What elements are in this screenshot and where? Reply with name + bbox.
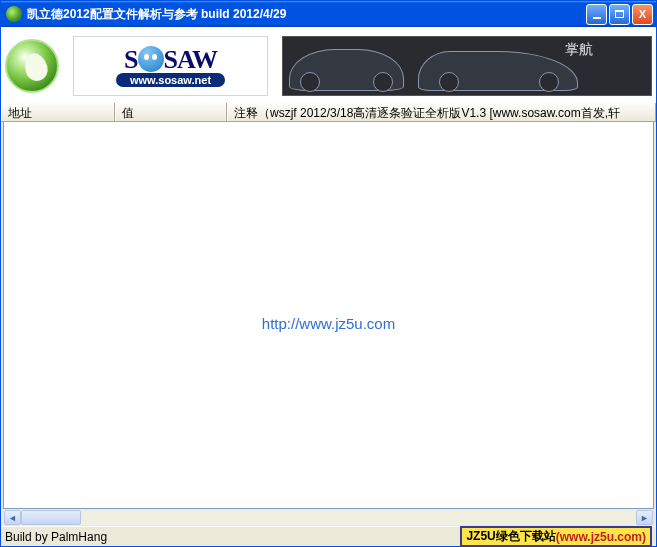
sosaw-url: www.sosaw.net xyxy=(116,73,225,87)
scroll-track[interactable] xyxy=(21,510,636,525)
status-badge-label: JZ5U绿色下载站 xyxy=(466,528,555,545)
car-banner[interactable]: 掌航 xyxy=(282,36,652,96)
scroll-right-button[interactable]: ► xyxy=(636,510,653,525)
app-window: 凯立德2012配置文件解析与参考 build 2012/4/29 X SSAW … xyxy=(0,0,657,547)
status-badge[interactable]: JZ5U绿色下载站(www.jz5u.com) xyxy=(460,526,652,547)
watermark-text: http://www.jz5u.com xyxy=(262,314,395,331)
scroll-left-button[interactable]: ◄ xyxy=(4,510,21,525)
sosaw-text-left: S xyxy=(124,45,137,74)
scroll-thumb[interactable] xyxy=(21,510,81,525)
header-address[interactable]: 地址 xyxy=(1,103,115,121)
maximize-button[interactable] xyxy=(609,4,630,25)
logo-orb-icon[interactable] xyxy=(5,39,59,93)
status-badge-url: (www.jz5u.com) xyxy=(556,530,646,544)
status-left: Build by PalmHang xyxy=(5,530,460,544)
data-grid[interactable]: http://www.jz5u.com xyxy=(3,122,654,509)
car-banner-label: 掌航 xyxy=(565,41,593,59)
titlebar[interactable]: 凯立德2012配置文件解析与参考 build 2012/4/29 X xyxy=(1,1,656,27)
status-bar: Build by PalmHang JZ5U绿色下载站(www.jz5u.com… xyxy=(1,526,656,546)
window-title: 凯立德2012配置文件解析与参考 build 2012/4/29 xyxy=(27,6,586,23)
sosaw-drop-icon xyxy=(138,46,164,72)
column-headers: 地址 值 注释（wszjf 2012/3/18高清逐条验证全析版V1.3 [ww… xyxy=(1,102,656,122)
horizontal-scrollbar[interactable]: ◄ ► xyxy=(3,509,654,526)
header-value[interactable]: 值 xyxy=(115,103,227,121)
titlebar-buttons: X xyxy=(586,4,653,25)
app-icon xyxy=(6,6,22,22)
car-front-icon xyxy=(289,49,404,91)
banner-row: SSAW www.sosaw.net 掌航 xyxy=(1,27,656,102)
close-button[interactable]: X xyxy=(632,4,653,25)
header-note[interactable]: 注释（wszjf 2012/3/18高清逐条验证全析版V1.3 [www.sos… xyxy=(227,103,656,121)
sosaw-text-right: SAW xyxy=(164,45,217,74)
minimize-button[interactable] xyxy=(586,4,607,25)
car-side-icon xyxy=(418,51,578,91)
sosaw-banner[interactable]: SSAW www.sosaw.net xyxy=(73,36,268,96)
